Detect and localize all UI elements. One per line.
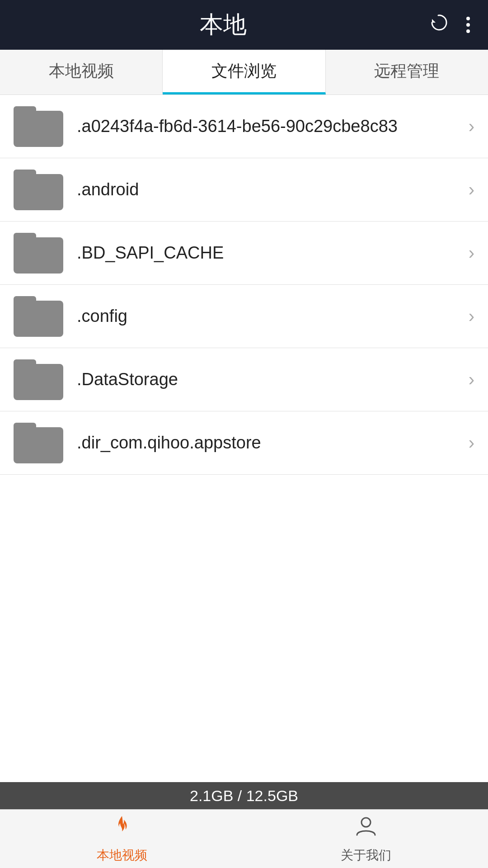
chevron-right-icon-5: › [469,369,474,390]
nav-about-us[interactable]: 关于我们 [244,810,488,868]
folder-item-4[interactable]: .config › [0,285,488,348]
storage-text: 2.1GB / 12.5GB [190,787,298,805]
folder-name-4: .config [77,307,464,326]
folder-icon-1 [14,106,63,147]
folder-name-5: .DataStorage [77,370,464,389]
folder-name-2: .android [77,180,464,199]
svg-point-1 [361,818,371,827]
page-title: 本地 [18,9,428,41]
nav-about-us-label: 关于我们 [341,847,391,864]
app-header: 本地 [0,0,488,50]
more-dot-3 [466,29,470,33]
nav-local-video-label: 本地视频 [97,847,147,864]
chevron-right-icon-6: › [469,433,474,453]
chevron-right-icon-1: › [469,116,474,137]
more-dot-2 [466,23,470,27]
tab-remote-manage[interactable]: 远程管理 [326,50,488,94]
refresh-button[interactable] [428,13,448,37]
svg-marker-0 [432,19,436,23]
tab-bar: 本地视频 文件浏览 远程管理 [0,50,488,95]
more-dot-1 [466,17,470,20]
flame-icon [110,814,134,843]
folder-icon-3 [14,233,63,274]
storage-info: 2.1GB / 12.5GB [0,782,488,809]
bottom-navigation: 本地视频 关于我们 [0,809,488,868]
file-list: .a0243f4a-fb6d-3614-be56-90c29cbe8c83 › … [0,95,488,782]
tab-file-browser[interactable]: 文件浏览 [163,50,325,94]
folder-icon-6 [14,423,63,463]
folder-name-3: .BD_SAPI_CACHE [77,243,464,263]
folder-icon-5 [14,359,63,400]
chevron-right-icon-2: › [469,179,474,200]
chevron-right-icon-3: › [469,243,474,263]
person-icon [354,814,378,843]
folder-item-3[interactable]: .BD_SAPI_CACHE › [0,222,488,285]
nav-local-video[interactable]: 本地视频 [0,810,244,868]
tab-local-video[interactable]: 本地视频 [0,50,163,94]
folder-icon-4 [14,296,63,337]
more-button[interactable] [466,17,470,33]
folder-item-6[interactable]: .dir_com.qihoo.appstore › [0,411,488,475]
folder-item-1[interactable]: .a0243f4a-fb6d-3614-be56-90c29cbe8c83 › [0,95,488,158]
folder-name-6: .dir_com.qihoo.appstore [77,433,464,453]
folder-item-5[interactable]: .DataStorage › [0,348,488,411]
header-actions [428,13,470,37]
chevron-right-icon-4: › [469,306,474,326]
folder-name-1: .a0243f4a-fb6d-3614-be56-90c29cbe8c83 [77,117,464,136]
folder-icon-2 [14,170,63,210]
folder-item-2[interactable]: .android › [0,158,488,222]
